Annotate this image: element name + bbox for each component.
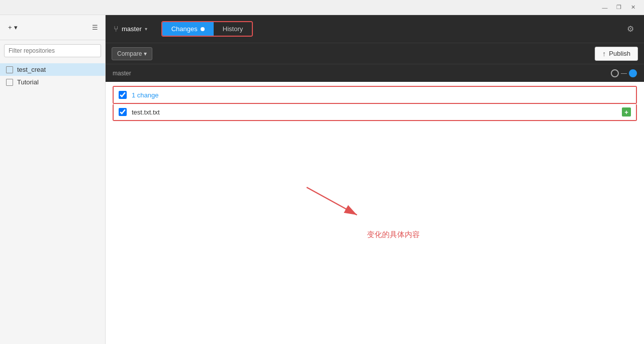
repo-item-test-creat[interactable]: test_creat (0, 63, 105, 76)
repo-icon (6, 66, 13, 73)
branch-bar: master — (106, 64, 644, 82)
compare-dropdown-arrow: ▾ (144, 50, 147, 57)
sidebar-toolbar: + ▾ ☰ (0, 15, 105, 40)
changes-header-box: 1 change (113, 86, 637, 104)
content-area: 1 change test.txt.txt + (106, 82, 644, 344)
close-button[interactable]: ✕ (626, 1, 640, 15)
select-all-checkbox[interactable] (119, 91, 127, 99)
compare-button[interactable]: Compare ▾ (112, 47, 152, 60)
history-label: History (223, 25, 243, 33)
sync-circle-filled (629, 69, 637, 77)
annotation-arrow-svg (292, 182, 392, 222)
file-checkbox[interactable] (119, 108, 127, 116)
changes-count[interactable]: 1 change (132, 91, 159, 99)
changes-dot (201, 27, 205, 31)
repo-icon (6, 79, 13, 86)
svg-line-1 (307, 187, 357, 215)
file-item[interactable]: test.txt.txt + (114, 104, 636, 120)
restore-button[interactable]: ❐ (612, 1, 626, 15)
branch-dropdown-arrow[interactable]: ▾ (145, 26, 147, 32)
sync-dash: — (621, 70, 627, 77)
repo-item-tutorial[interactable]: Tutorial (0, 76, 105, 88)
sync-circle-empty (611, 69, 619, 77)
minimize-button[interactable]: — (598, 1, 612, 15)
tab-changes[interactable]: Changes (162, 22, 214, 36)
toggle-sidebar-button[interactable]: ☰ (90, 22, 100, 33)
publish-button[interactable]: ↑ Publish (595, 47, 638, 61)
file-name: test.txt.txt (132, 108, 617, 116)
repository-list: test_creat Tutorial (0, 61, 105, 90)
sync-icons: — (611, 69, 637, 77)
changes-header: 1 change (114, 87, 636, 103)
added-icon: + (624, 108, 628, 116)
toolbar: Compare ▾ ↑ Publish (106, 43, 644, 64)
changes-label: Changes (171, 25, 198, 33)
tab-history[interactable]: History (214, 22, 252, 36)
compare-label: Compare (117, 50, 142, 57)
branch-section: ⑂ master ▾ (114, 25, 147, 34)
current-branch-label: master (113, 70, 131, 77)
main-area: ⑂ master ▾ Changes History ⚙ Compare ▾ ↑… (106, 15, 644, 344)
plus-icon: + (8, 24, 12, 31)
top-navigation: ⑂ master ▾ Changes History ⚙ (106, 15, 644, 43)
file-status-added: + (622, 107, 631, 117)
tab-group: Changes History (161, 21, 253, 37)
settings-button[interactable]: ⚙ (625, 22, 636, 36)
repo-name: test_creat (17, 66, 46, 73)
sidebar: + ▾ ☰ test_creat Tutorial (0, 15, 106, 344)
arrow-annotation (292, 182, 392, 224)
repo-name: Tutorial (17, 78, 39, 86)
file-list-annotation-box: test.txt.txt + (113, 104, 637, 121)
branch-icon: ⑂ (114, 25, 119, 34)
branch-name[interactable]: master (122, 25, 142, 33)
annotation-text: 变化的具体内容 (367, 230, 420, 240)
add-dropdown-arrow: ▾ (14, 24, 18, 31)
filter-repositories-input[interactable] (4, 44, 101, 57)
titlebar: — ❐ ✕ (0, 0, 644, 15)
publish-label: Publish (609, 50, 630, 57)
publish-icon: ↑ (602, 50, 606, 58)
add-repository-button[interactable]: + ▾ (5, 22, 21, 33)
